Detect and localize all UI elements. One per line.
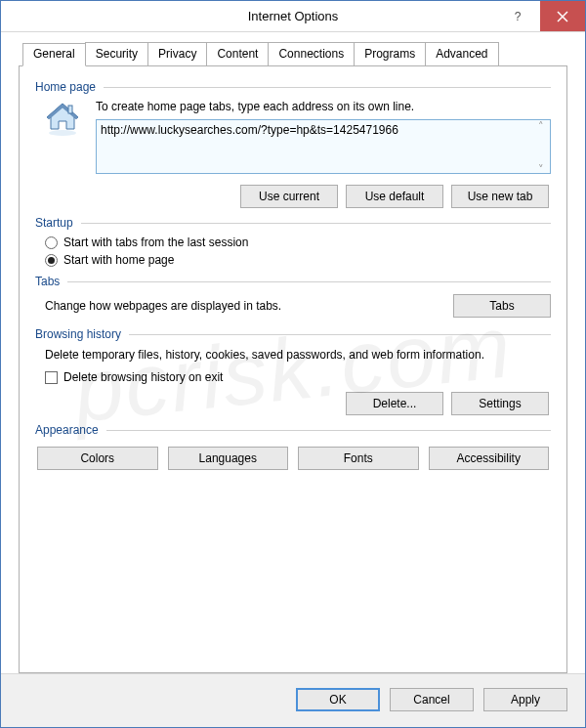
delete-button[interactable]: Delete...: [346, 392, 443, 415]
homepage-description: To create home page tabs, type each addr…: [96, 100, 551, 113]
tab-connections[interactable]: Connections: [268, 42, 355, 65]
titlebar: Internet Options ?: [1, 1, 585, 32]
group-header: Home page: [35, 80, 551, 94]
group-divider: [129, 334, 551, 335]
group-divider: [81, 223, 551, 224]
home-icon: [39, 100, 86, 139]
tabpage-general: pcrisk.com Home page: [19, 65, 567, 673]
content-area: General Security Privacy Content Connect…: [1, 32, 585, 673]
settings-button[interactable]: Settings: [451, 392, 549, 415]
group-tabs: Tabs Change how webpages are displayed i…: [35, 275, 551, 318]
group-title-appearance: Appearance: [35, 423, 99, 437]
apply-button[interactable]: Apply: [483, 688, 567, 711]
group-divider: [106, 430, 551, 431]
tab-security[interactable]: Security: [85, 42, 148, 65]
tab-advanced[interactable]: Advanced: [425, 42, 498, 65]
radio-label: Start with home page: [63, 253, 174, 267]
tabstrip: General Security Privacy Content Connect…: [19, 42, 567, 65]
tab-privacy[interactable]: Privacy: [147, 42, 207, 65]
tab-programs[interactable]: Programs: [354, 42, 426, 65]
group-divider: [104, 87, 551, 88]
help-icon: ?: [515, 10, 522, 23]
browsing-history-description: Delete temporary files, history, cookies…: [35, 347, 551, 363]
checkbox-icon: [45, 371, 58, 384]
delete-on-exit-checkbox[interactable]: Delete browsing history on exit: [35, 370, 551, 384]
radio-label: Start with tabs from the last session: [63, 236, 248, 249]
tabs-description: Change how webpages are displayed in tab…: [45, 299, 440, 313]
ok-button[interactable]: OK: [296, 688, 380, 711]
startup-home-page-option[interactable]: Start with home page: [35, 253, 551, 267]
use-new-tab-button[interactable]: Use new tab: [451, 185, 549, 208]
tab-content[interactable]: Content: [206, 42, 269, 65]
group-title-tabs: Tabs: [35, 275, 60, 288]
group-divider: [67, 281, 551, 282]
radio-icon: [45, 254, 58, 267]
dialog-footer: OK Cancel Apply: [1, 673, 585, 727]
scroll-up-icon: ˄: [533, 121, 549, 132]
fonts-button[interactable]: Fonts: [298, 447, 419, 470]
startup-last-session-option[interactable]: Start with tabs from the last session: [35, 236, 551, 249]
group-title-startup: Startup: [35, 216, 73, 230]
tabs-button[interactable]: Tabs: [453, 294, 551, 318]
radio-icon: [45, 236, 58, 249]
languages-button[interactable]: Languages: [168, 447, 289, 470]
internet-options-window: Internet Options ? General Security Priv…: [0, 0, 586, 728]
group-startup: Startup Start with tabs from the last se…: [35, 216, 551, 267]
help-button[interactable]: ?: [495, 1, 540, 31]
colors-button[interactable]: Colors: [37, 447, 158, 470]
cancel-button[interactable]: Cancel: [390, 688, 474, 711]
group-browsing-history: Browsing history Delete temporary files,…: [35, 327, 551, 415]
use-current-button[interactable]: Use current: [240, 185, 338, 208]
checkbox-label: Delete browsing history on exit: [63, 370, 223, 384]
scroll-down-icon: ˅: [533, 164, 549, 175]
svg-point-5: [49, 130, 76, 136]
accessibility-button[interactable]: Accessibility: [429, 447, 550, 470]
group-title-browsing-history: Browsing history: [35, 327, 121, 341]
textarea-scrollbar[interactable]: ˄ ˅: [533, 121, 549, 175]
group-appearance: Appearance Colors Languages Fonts Access…: [35, 423, 551, 470]
close-icon: [557, 11, 568, 22]
group-homepage: Home page To create home page tabs, type: [35, 80, 551, 208]
svg-rect-4: [68, 106, 72, 113]
group-title-homepage: Home page: [35, 80, 96, 94]
close-button[interactable]: [540, 1, 585, 31]
titlebar-controls: ?: [495, 1, 585, 31]
tab-general[interactable]: General: [22, 43, 86, 66]
use-default-button[interactable]: Use default: [346, 185, 443, 208]
homepage-input[interactable]: [96, 119, 551, 174]
